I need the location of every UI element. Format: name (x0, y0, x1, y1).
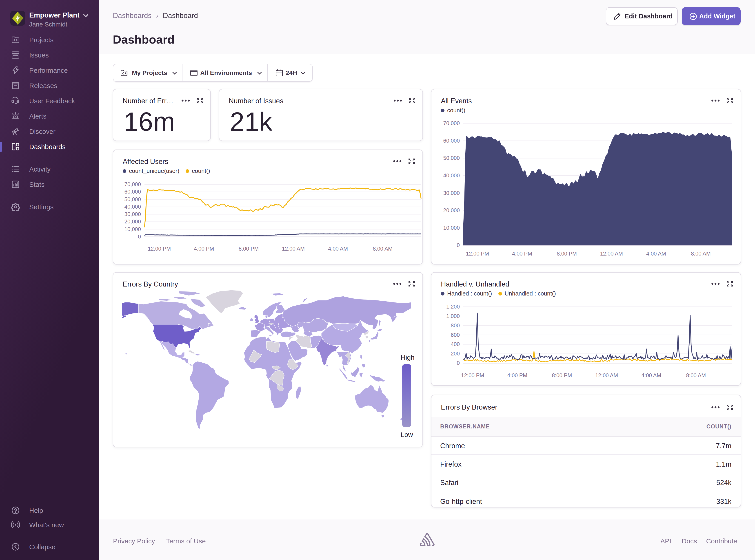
svg-text:0: 0 (457, 360, 460, 366)
svg-text:0: 0 (138, 234, 141, 240)
svg-text:60,000: 60,000 (124, 188, 141, 195)
svg-text:1,000: 1,000 (446, 313, 460, 319)
svg-text:4:00 PM: 4:00 PM (512, 251, 532, 257)
svg-text:12:00 PM: 12:00 PM (461, 372, 484, 378)
svg-text:12:00 PM: 12:00 PM (148, 246, 171, 252)
svg-text:10,000: 10,000 (124, 226, 141, 232)
svg-text:600: 600 (450, 332, 460, 338)
svg-text:10,000: 10,000 (443, 225, 460, 231)
svg-text:1,200: 1,200 (446, 304, 460, 309)
svg-text:60,000: 60,000 (443, 138, 460, 144)
svg-text:12:00 AM: 12:00 AM (595, 372, 618, 378)
svg-text:200: 200 (450, 351, 460, 357)
svg-text:50,000: 50,000 (443, 155, 460, 161)
svg-text:8:00 AM: 8:00 AM (686, 372, 705, 378)
svg-text:8:00 PM: 8:00 PM (551, 372, 572, 378)
svg-text:12:00 AM: 12:00 AM (282, 246, 305, 252)
svg-text:800: 800 (450, 322, 460, 328)
svg-text:40,000: 40,000 (124, 204, 141, 210)
svg-text:12:00 PM: 12:00 PM (466, 251, 489, 257)
svg-text:8:00 AM: 8:00 AM (372, 246, 392, 252)
svg-text:20,000: 20,000 (124, 219, 141, 224)
svg-text:20,000: 20,000 (443, 207, 460, 214)
svg-text:4:00 AM: 4:00 AM (641, 372, 661, 378)
svg-text:0: 0 (457, 242, 460, 248)
svg-text:4:00 PM: 4:00 PM (507, 372, 527, 378)
svg-text:50,000: 50,000 (124, 196, 141, 202)
svg-text:4:00 AM: 4:00 AM (328, 246, 348, 252)
svg-text:12:00 AM: 12:00 AM (600, 251, 622, 257)
svg-text:400: 400 (450, 341, 460, 347)
svg-text:40,000: 40,000 (443, 173, 460, 179)
svg-text:30,000: 30,000 (443, 190, 460, 196)
svg-text:4:00 AM: 4:00 AM (646, 251, 666, 257)
svg-text:70,000: 70,000 (443, 120, 460, 126)
svg-text:70,000: 70,000 (124, 181, 141, 187)
svg-text:30,000: 30,000 (124, 211, 141, 217)
svg-text:8:00 AM: 8:00 AM (691, 251, 711, 257)
svg-text:4:00 PM: 4:00 PM (194, 246, 214, 252)
svg-text:8:00 PM: 8:00 PM (557, 251, 577, 257)
svg-text:8:00 PM: 8:00 PM (238, 246, 258, 252)
